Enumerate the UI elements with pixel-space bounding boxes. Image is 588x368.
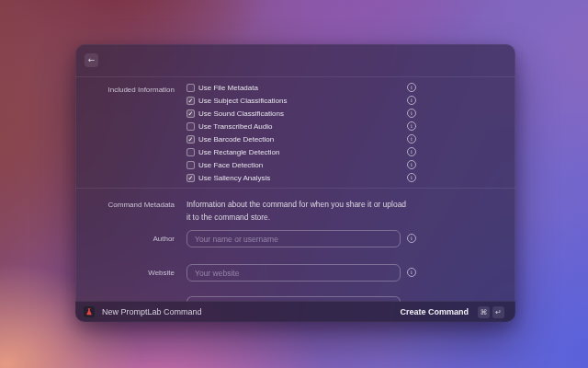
cmd-key-icon[interactable]: ⌘ xyxy=(478,306,490,318)
promptlab-flask-icon xyxy=(83,305,96,318)
command-metadata-description: Information about the command for when y… xyxy=(187,198,412,224)
return-key-icon[interactable]: ↵ xyxy=(492,306,504,318)
checkbox-label: Use Barcode Detection xyxy=(198,135,274,144)
checkbox-barcode-detection[interactable]: ✓ xyxy=(187,135,195,144)
checkbox-sound-classifications[interactable]: ✓ xyxy=(187,109,195,118)
checkbox-label: Use Face Detection xyxy=(198,161,263,170)
author-input[interactable] xyxy=(187,230,401,247)
option-row: Use File Metadata i xyxy=(75,82,515,95)
header-divider xyxy=(75,76,515,77)
option-row: Use Rectangle Detection i xyxy=(75,146,515,159)
website-field-row: Website i xyxy=(75,264,515,282)
info-icon[interactable]: i xyxy=(407,147,416,156)
option-row: ✓ Use Subject Classifications i xyxy=(75,95,515,108)
checkbox-label: Use Rectangle Detection xyxy=(198,148,280,157)
desktop-background: ← Included Information Use File Metadata… xyxy=(0,0,588,368)
back-button[interactable]: ← xyxy=(85,53,98,67)
promptlab-command-window: ← Included Information Use File Metadata… xyxy=(75,44,515,322)
footer-action-bar: New PromptLab Command Create Command ⌘ ↵ xyxy=(75,301,515,322)
option-row: ✓ Use Saliency Analysis i xyxy=(75,172,515,185)
option-row: ✓ Use Barcode Detection i xyxy=(75,133,515,146)
option-row: ✓ Use Sound Classifications i xyxy=(75,108,515,121)
checkbox-rectangle-detection[interactable] xyxy=(187,148,195,156)
checkbox-label: Use Subject Classifications xyxy=(198,97,287,106)
section-divider xyxy=(75,188,515,189)
info-icon[interactable]: i xyxy=(407,234,416,243)
website-input[interactable] xyxy=(187,264,401,282)
info-icon[interactable]: i xyxy=(407,173,416,182)
checkbox-subject-classifications[interactable]: ✓ xyxy=(187,97,195,105)
info-icon[interactable]: i xyxy=(407,134,416,144)
checkbox-label: Use Sound Classifications xyxy=(198,109,284,119)
info-icon[interactable]: i xyxy=(407,109,416,118)
checkbox-file-metadata[interactable] xyxy=(187,84,195,92)
checkbox-face-detection[interactable] xyxy=(187,161,195,169)
info-icon[interactable]: i xyxy=(407,121,416,131)
footer-command-title: New PromptLab Command xyxy=(102,307,400,316)
checkbox-label: Use File Metadata xyxy=(198,84,258,93)
command-metadata-label: Command Metadata xyxy=(75,201,175,209)
option-row: Use Transcribed Audio i xyxy=(75,121,515,133)
website-label: Website xyxy=(75,269,175,277)
author-label: Author xyxy=(75,235,175,243)
checkbox-label: Use Transcribed Audio xyxy=(198,122,273,132)
checkbox-saliency-analysis[interactable]: ✓ xyxy=(187,174,195,182)
included-information-options: Use File Metadata i ✓ Use Subject Classi… xyxy=(75,82,515,185)
info-icon[interactable]: i xyxy=(407,96,416,105)
option-row: Use Face Detection i xyxy=(75,159,515,172)
checkbox-transcribed-audio[interactable] xyxy=(187,122,195,131)
info-icon[interactable]: i xyxy=(407,83,416,92)
create-command-button[interactable]: Create Command xyxy=(400,307,469,316)
info-icon[interactable]: i xyxy=(407,268,416,277)
info-icon[interactable]: i xyxy=(407,160,416,169)
checkbox-label: Use Saliency Analysis xyxy=(198,174,270,183)
author-field-row: Author i xyxy=(75,230,515,247)
